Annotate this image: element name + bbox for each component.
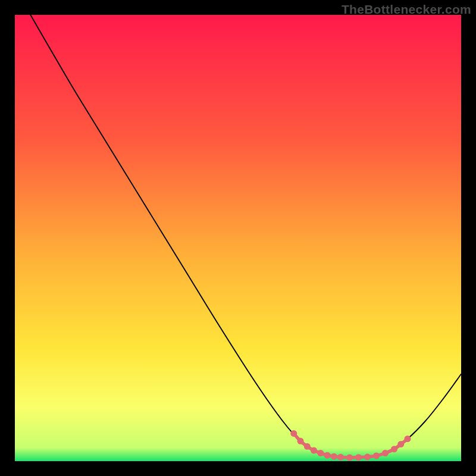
chart-background bbox=[15, 15, 461, 461]
highlight-dot bbox=[311, 447, 317, 454]
chart-frame: TheBottlenecker.com bbox=[0, 0, 476, 476]
highlight-dot bbox=[405, 436, 411, 442]
highlight-dot bbox=[331, 453, 337, 460]
plot-area bbox=[15, 15, 461, 461]
highlight-dot bbox=[298, 438, 304, 444]
highlight-dot bbox=[364, 453, 371, 460]
highlight-dot bbox=[355, 454, 362, 461]
highlight-dot bbox=[346, 455, 353, 461]
highlight-dot bbox=[382, 450, 389, 456]
highlight-dot bbox=[290, 430, 297, 437]
chart-svg bbox=[15, 15, 461, 461]
highlight-dot bbox=[391, 446, 397, 452]
highlight-dot bbox=[337, 454, 344, 461]
highlight-dot bbox=[397, 441, 404, 447]
highlight-dot bbox=[324, 452, 331, 459]
highlight-dot bbox=[304, 443, 311, 450]
highlight-dot bbox=[373, 453, 380, 459]
highlight-dot bbox=[317, 450, 324, 456]
